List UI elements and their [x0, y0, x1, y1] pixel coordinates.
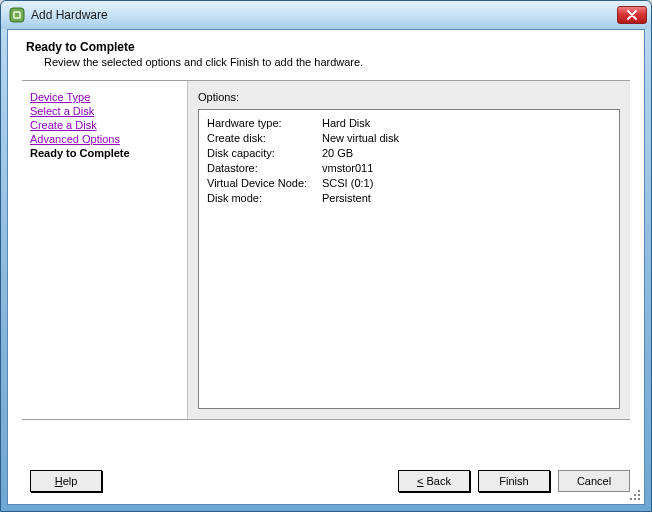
step-link-advanced-options[interactable]: Advanced Options: [30, 133, 179, 145]
svg-rect-2: [15, 13, 19, 17]
cancel-button[interactable]: Cancel: [558, 470, 630, 492]
summary-key: Hardware type:: [207, 116, 322, 131]
header-subtitle: Review the selected options and click Fi…: [26, 56, 630, 68]
titlebar[interactable]: Add Hardware: [1, 1, 651, 29]
resize-grip[interactable]: [628, 488, 642, 502]
step-link-create-disk[interactable]: Create a Disk: [30, 119, 179, 131]
summary-key: Create disk:: [207, 131, 322, 146]
client-area: Ready to Complete Review the selected op…: [7, 29, 645, 505]
summary-key: Datastore:: [207, 161, 322, 176]
summary-value: vmstor011: [322, 161, 373, 176]
finish-button[interactable]: Finish: [478, 470, 550, 492]
summary-key: Virtual Device Node:: [207, 176, 322, 191]
options-label: Options:: [198, 91, 620, 103]
summary-row: Disk capacity: 20 GB: [207, 146, 611, 161]
wizard-body: Device Type Select a Disk Create a Disk …: [22, 80, 630, 420]
summary-key: Disk mode:: [207, 191, 322, 206]
step-current: Ready to Complete: [30, 147, 179, 159]
svg-rect-7: [634, 498, 636, 500]
step-sidebar: Device Type Select a Disk Create a Disk …: [22, 81, 188, 419]
svg-rect-8: [630, 498, 632, 500]
back-button[interactable]: < Back: [398, 470, 470, 492]
summary-value: Persistent: [322, 191, 371, 206]
svg-rect-6: [638, 498, 640, 500]
summary-row: Create disk: New virtual disk: [207, 131, 611, 146]
step-link-select-disk[interactable]: Select a Disk: [30, 105, 179, 117]
summary-row: Virtual Device Node: SCSI (0:1): [207, 176, 611, 191]
svg-rect-3: [638, 490, 640, 492]
step-link-device-type[interactable]: Device Type: [30, 91, 179, 103]
window-title: Add Hardware: [31, 8, 617, 22]
header-title: Ready to Complete: [26, 40, 630, 54]
wizard-header: Ready to Complete Review the selected op…: [8, 30, 644, 80]
summary-value: New virtual disk: [322, 131, 399, 146]
summary-row: Hardware type: Hard Disk: [207, 116, 611, 131]
svg-rect-5: [634, 494, 636, 496]
svg-rect-4: [638, 494, 640, 496]
summary-value: 20 GB: [322, 146, 353, 161]
options-panel: Options: Hardware type: Hard Disk Create…: [188, 81, 630, 419]
summary-value: SCSI (0:1): [322, 176, 373, 191]
help-button[interactable]: Help: [30, 470, 102, 492]
summary-row: Disk mode: Persistent: [207, 191, 611, 206]
dialog-window: Add Hardware Ready to Complete Review th…: [0, 0, 652, 512]
app-icon: [9, 7, 25, 23]
footer: Help < Back Finish Cancel: [8, 458, 644, 504]
summary-key: Disk capacity:: [207, 146, 322, 161]
close-button[interactable]: [617, 6, 647, 24]
options-box: Hardware type: Hard Disk Create disk: Ne…: [198, 109, 620, 409]
summary-row: Datastore: vmstor011: [207, 161, 611, 176]
summary-value: Hard Disk: [322, 116, 370, 131]
